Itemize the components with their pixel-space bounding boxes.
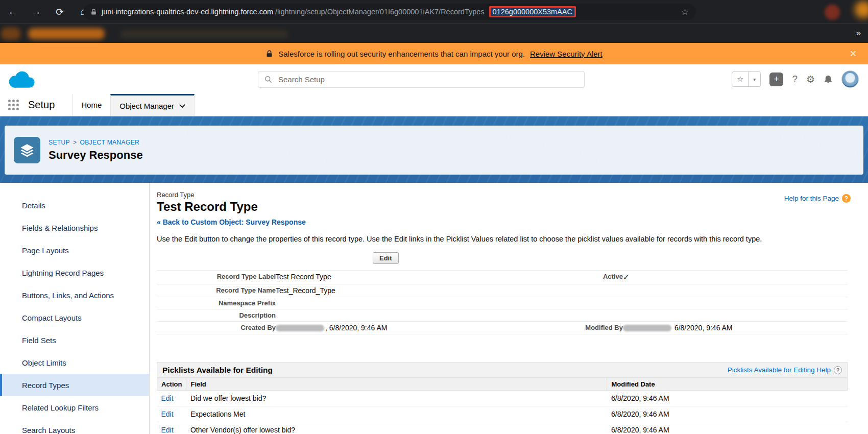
layers-icon xyxy=(19,142,35,158)
record-type-name-label: Record Type Name xyxy=(157,284,276,297)
field-cell: Did we offer lowest bid? xyxy=(186,391,607,406)
created-by-label: Created By xyxy=(157,321,276,334)
sidebar-item-search-layouts[interactable]: Search Layouts xyxy=(0,419,149,434)
lock-icon xyxy=(266,50,273,58)
created-by-date: , 6/8/2020, 9:46 AM xyxy=(325,324,387,332)
detail-empty-cell xyxy=(523,284,623,297)
column-header-action: Action xyxy=(157,378,186,391)
help-for-this-page-link[interactable]: Help for this Page xyxy=(784,195,839,202)
record-type-name-value: Test_Record_Type xyxy=(276,284,523,297)
app-launcher-icon[interactable] xyxy=(8,100,19,110)
intro-text: Use the Edit button to change the proper… xyxy=(157,235,868,243)
breadcrumb-separator: > xyxy=(73,139,77,146)
sidebar-item-buttons-links-actions[interactable]: Buttons, Links, and Actions xyxy=(0,284,149,306)
nav-tabs: Home Object Manager xyxy=(72,94,195,116)
modified-by-label: Modified By xyxy=(523,321,623,334)
picklists-section-header: Picklists Available for Editing Picklist… xyxy=(157,362,848,378)
help-question-icon[interactable]: ? xyxy=(842,194,851,203)
browser-chrome: ← → ⟳ ⌂ juni-integrations-qualtrics-dev-… xyxy=(0,0,868,43)
app-name: Setup xyxy=(28,99,55,111)
record-type-details: Record Type Label Test Record Type Activ… xyxy=(157,270,848,334)
detail-empty-cell xyxy=(523,309,623,321)
column-header-field: Field xyxy=(186,378,607,391)
detail-empty-cell xyxy=(523,297,623,309)
header-actions: ☆ ▾ + ? ⚙ xyxy=(732,70,859,88)
forward-icon[interactable]: → xyxy=(31,6,42,17)
sidebar-item-details[interactable]: Details xyxy=(0,194,149,216)
close-icon[interactable]: ✕ xyxy=(850,49,857,59)
table-row: Edit Other Vendor(s) offer lowest bid? 6… xyxy=(157,422,848,434)
bell-icon[interactable] xyxy=(824,75,833,84)
back-icon[interactable]: ← xyxy=(7,6,18,17)
picklists-help-link[interactable]: Picklists Available for Editing Help xyxy=(728,366,831,374)
breadcrumb: SETUP>OBJECT MANAGER xyxy=(49,139,143,146)
bookmark-star-icon[interactable]: ☆ xyxy=(681,7,689,17)
chevron-down-icon xyxy=(179,104,185,108)
help-icon[interactable]: ? xyxy=(792,74,798,85)
breadcrumb-object-manager-link[interactable]: OBJECT MANAGER xyxy=(80,139,139,146)
blurred-bookmark-blob xyxy=(28,28,105,39)
picklists-help-icon[interactable]: ? xyxy=(834,366,842,374)
avatar-blur xyxy=(846,75,855,84)
active-label: Active xyxy=(523,270,623,284)
sidebar-item-compact-layouts[interactable]: Compact Layouts xyxy=(0,306,149,329)
tab-object-manager[interactable]: Object Manager xyxy=(110,94,195,116)
blurred-profile-blob xyxy=(825,5,840,20)
field-cell: Expectations Met xyxy=(186,406,607,422)
tab-home-label: Home xyxy=(81,101,102,109)
modified-by-value: 6/8/2020, 9:46 AM xyxy=(623,321,848,334)
button-row: Edit xyxy=(157,252,868,264)
url-bar[interactable]: juni-integrations-qualtrics-dev-ed.light… xyxy=(83,4,696,20)
edit-link[interactable]: Edit xyxy=(161,394,174,402)
sidebar-item-record-types[interactable]: Record Types xyxy=(0,374,149,396)
redacted-name xyxy=(623,325,671,331)
page-header-card: SETUP>OBJECT MANAGER Survey Response xyxy=(5,126,863,175)
edit-link[interactable]: Edit xyxy=(161,426,174,434)
field-cell: Other Vendor(s) offer lowest bid? xyxy=(186,422,607,434)
sidebar-item-field-sets[interactable]: Field Sets xyxy=(0,329,149,351)
favorites-star-icon[interactable]: ☆ xyxy=(732,72,748,86)
object-icon xyxy=(14,137,40,163)
security-alert-banner: Salesforce is rolling out security enhan… xyxy=(0,43,868,64)
bookmarks-overflow-icon[interactable]: » xyxy=(856,28,861,38)
blurred-corner-blob xyxy=(855,1,868,18)
tab-home[interactable]: Home xyxy=(73,94,110,116)
url-highlight: 0126g000000X53mAAC xyxy=(489,6,576,17)
edit-button[interactable]: Edit xyxy=(373,252,399,264)
help-for-this-page: Help for this Page ? xyxy=(784,194,851,203)
record-type-label-value: Test Record Type xyxy=(276,270,523,284)
description-value xyxy=(276,309,523,321)
salesforce-logo xyxy=(5,68,38,90)
record-type-title: Test Record Type xyxy=(157,200,868,214)
modified-by-date: 6/8/2020, 9:46 AM xyxy=(674,324,733,332)
detail-empty-cell xyxy=(623,297,848,309)
sidebar-item-object-limits[interactable]: Object Limits xyxy=(0,351,149,374)
description-label: Description xyxy=(157,309,276,321)
global-header: ☆ ▾ + ? ⚙ xyxy=(0,64,868,94)
sidebar-item-related-lookup-filters[interactable]: Related Lookup Filters xyxy=(0,396,149,419)
modified-date-cell: 6/8/2020, 9:46 AM xyxy=(607,391,848,406)
namespace-prefix-value xyxy=(276,297,523,309)
table-header-row: Action Field Modified Date xyxy=(157,378,848,391)
sidebar-item-fields-relationships[interactable]: Fields & Relationships xyxy=(0,216,149,239)
detail-empty-cell xyxy=(623,284,848,297)
url-host: juni-integrations-qualtrics-dev-ed.light… xyxy=(102,8,273,16)
breadcrumb-setup-link[interactable]: SETUP xyxy=(49,139,70,146)
global-actions-icon[interactable]: + xyxy=(769,73,783,86)
reload-icon[interactable]: ⟳ xyxy=(54,6,65,18)
search-setup-box xyxy=(258,71,585,88)
search-input[interactable] xyxy=(277,75,578,84)
avatar[interactable] xyxy=(841,70,859,88)
gear-icon[interactable]: ⚙ xyxy=(806,74,815,85)
review-security-alert-link[interactable]: Review Security Alert xyxy=(530,50,602,58)
edit-link[interactable]: Edit xyxy=(161,410,174,418)
table-row: Edit Expectations Met 6/8/2020, 9:46 AM xyxy=(157,406,848,422)
sidebar-item-page-layouts[interactable]: Page Layouts xyxy=(0,239,149,261)
sidebar-item-lightning-record-pages[interactable]: Lightning Record Pages xyxy=(0,261,149,284)
alert-text: Salesforce is rolling out security enhan… xyxy=(278,50,525,58)
page-title: Survey Response xyxy=(49,149,143,162)
tab-object-manager-label: Object Manager xyxy=(119,102,174,110)
record-type-label-label: Record Type Label xyxy=(157,270,276,284)
favorites-caret-icon[interactable]: ▾ xyxy=(748,72,760,86)
back-to-object-link[interactable]: « Back to Custom Object: Survey Response xyxy=(157,218,306,226)
